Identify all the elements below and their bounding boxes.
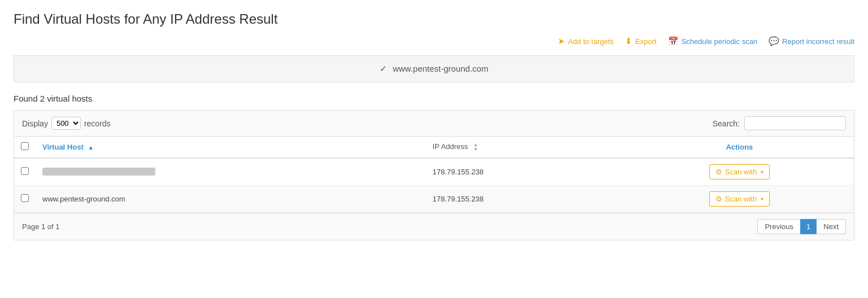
check-icon: ✓ bbox=[380, 64, 387, 73]
caret-down-icon: ▾ bbox=[761, 169, 763, 175]
toolbar: ➤ Add to targets ⬇ Export 📅 Schedule per… bbox=[14, 36, 854, 46]
gear-icon: ⚙ bbox=[715, 195, 722, 203]
ip-sort-icon: ▲▼ bbox=[474, 143, 478, 152]
chat-icon: 💬 bbox=[769, 36, 779, 46]
row1-virtual-host bbox=[36, 158, 426, 186]
table-footer: Page 1 of 1 Previous 1 Next bbox=[14, 213, 854, 240]
row2-virtual-host: www.pentest-ground.com bbox=[36, 186, 426, 213]
pagination: Previous 1 Next bbox=[757, 219, 846, 234]
actions-header-label: Actions bbox=[726, 143, 753, 151]
virtual-host-col-header[interactable]: Virtual Host ▲ bbox=[36, 137, 426, 158]
export-icon: ⬇ bbox=[625, 36, 632, 46]
search-label: Search: bbox=[713, 119, 740, 128]
arrow-right-icon: ➤ bbox=[558, 36, 565, 46]
row1-ip-address: 178.79.155.238 bbox=[426, 158, 625, 186]
virtual-host-sort-icon: ▲ bbox=[88, 144, 94, 151]
export-button[interactable]: ⬇ Export bbox=[625, 36, 657, 46]
gear-icon: ⚙ bbox=[715, 168, 722, 176]
result-banner: ✓ www.pentest-ground.com bbox=[14, 55, 854, 82]
display-label: Display bbox=[22, 119, 48, 128]
results-table-container: Display 500 100 50 25 records Search: bbox=[14, 110, 854, 240]
previous-button[interactable]: Previous bbox=[757, 219, 800, 234]
row2-actions-cell: ⚙ Scan with ▾ bbox=[625, 186, 854, 213]
calendar-icon: 📅 bbox=[668, 36, 679, 46]
page-info: Page 1 of 1 bbox=[22, 222, 60, 231]
virtual-host-header-label: Virtual Host bbox=[42, 143, 84, 151]
ip-address-col-header[interactable]: IP Address ▲▼ bbox=[426, 137, 625, 158]
caret-down-icon: ▾ bbox=[761, 196, 763, 202]
ip-address-header-label: IP Address bbox=[432, 142, 468, 151]
row1-redacted-host bbox=[42, 168, 155, 176]
results-table: Virtual Host ▲ IP Address ▲▼ Actions bbox=[14, 137, 854, 213]
current-page-number: 1 bbox=[800, 219, 817, 234]
row2-checkbox-cell bbox=[14, 186, 36, 213]
search-input[interactable] bbox=[744, 116, 846, 130]
row1-scan-with-button[interactable]: ⚙ Scan with ▾ bbox=[709, 164, 770, 179]
actions-col-header: Actions bbox=[625, 137, 854, 158]
export-label: Export bbox=[635, 37, 657, 46]
add-to-targets-button[interactable]: ➤ Add to targets bbox=[558, 36, 614, 46]
page-title: Find Virtual Hosts for Any IP Address Re… bbox=[14, 11, 854, 27]
row1-checkbox[interactable] bbox=[21, 167, 29, 175]
table-controls: Display 500 100 50 25 records Search: bbox=[14, 111, 854, 137]
display-controls: Display 500 100 50 25 records bbox=[22, 117, 111, 130]
schedule-scan-button[interactable]: 📅 Schedule periodic scan bbox=[668, 36, 757, 46]
row1-scan-label: Scan with bbox=[725, 168, 757, 176]
display-count-select[interactable]: 500 100 50 25 bbox=[51, 117, 81, 130]
banner-domain: www.pentest-ground.com bbox=[393, 64, 488, 73]
report-label: Report incorrect result bbox=[782, 37, 854, 46]
next-button[interactable]: Next bbox=[817, 219, 846, 234]
row2-checkbox[interactable] bbox=[21, 194, 29, 202]
row1-actions-cell: ⚙ Scan with ▾ bbox=[625, 158, 854, 186]
found-label: Found 2 virtual hosts bbox=[14, 94, 854, 103]
row1-checkbox-cell bbox=[14, 158, 36, 186]
select-all-checkbox[interactable] bbox=[21, 142, 29, 150]
schedule-label: Schedule periodic scan bbox=[682, 37, 757, 46]
row2-scan-label: Scan with bbox=[725, 195, 757, 203]
add-to-targets-label: Add to targets bbox=[568, 37, 614, 46]
records-label: records bbox=[84, 119, 111, 128]
row2-ip-address: 178.79.155.238 bbox=[426, 186, 625, 213]
search-controls: Search: bbox=[713, 116, 846, 130]
table-row: 178.79.155.238 ⚙ Scan with ▾ bbox=[14, 158, 854, 186]
report-incorrect-button[interactable]: 💬 Report incorrect result bbox=[769, 36, 854, 46]
row2-scan-with-button[interactable]: ⚙ Scan with ▾ bbox=[709, 191, 770, 207]
table-header-row: Virtual Host ▲ IP Address ▲▼ Actions bbox=[14, 137, 854, 158]
select-all-col bbox=[14, 137, 36, 158]
table-row: www.pentest-ground.com 178.79.155.238 ⚙ … bbox=[14, 186, 854, 213]
